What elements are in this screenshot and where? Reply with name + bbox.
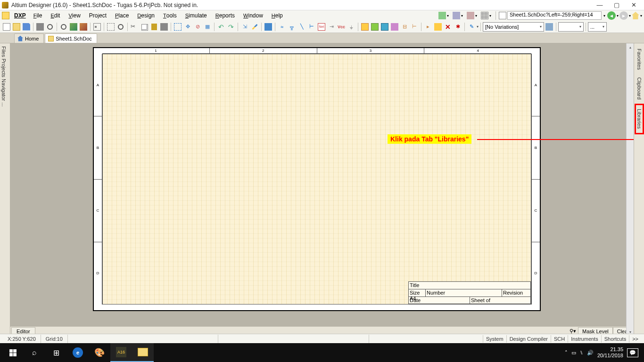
address-bar[interactable]: Sheet1.SchDoc?Left=-259;Right=14 (507, 11, 602, 20)
menu-help[interactable]: Help (268, 11, 287, 20)
tab-sheet1[interactable]: Sheet1.SchDoc (45, 33, 97, 43)
combo[interactable]: ▾ (558, 22, 584, 32)
explorer-button[interactable] (132, 343, 154, 362)
copy-button[interactable] (140, 22, 149, 32)
tool-button[interactable] (545, 22, 554, 32)
sheet-grid[interactable]: Title SizeA4 Number Revision Date Sheet … (102, 54, 531, 304)
search-button[interactable]: ⌕ (24, 343, 45, 362)
open-button[interactable] (12, 22, 21, 32)
menu-view[interactable]: View (65, 11, 84, 20)
tab-home[interactable]: Home (14, 33, 44, 43)
place-off-sheet-button[interactable] (433, 22, 443, 32)
cut-button[interactable]: ✂ (130, 22, 139, 32)
power-gnd-button[interactable]: ⏚ (347, 22, 356, 32)
place-port-button[interactable]: ▸ (423, 22, 433, 32)
paste-button[interactable] (149, 22, 159, 32)
vertical-scrollbar[interactable]: ▴ ▾ (626, 43, 634, 336)
menu-reports[interactable]: Reports (212, 11, 239, 20)
new-button[interactable] (2, 22, 11, 32)
tool-icon[interactable] (467, 12, 474, 19)
tool-3d-button[interactable] (69, 22, 78, 32)
harness-entry-button[interactable]: ⊢ (410, 22, 419, 32)
deselect-button[interactable]: ⊘ (193, 22, 202, 32)
cross-probe-button[interactable]: ⇲ (240, 22, 249, 32)
menu-tools[interactable]: Tools (159, 11, 181, 20)
menu-project[interactable]: Project (85, 11, 110, 20)
device-sheet-button[interactable] (390, 22, 399, 32)
wire-button[interactable]: ≈ (277, 22, 287, 32)
tray-volume-icon[interactable]: 🔊 (587, 350, 594, 356)
status-more[interactable]: >> (629, 335, 641, 343)
nav-back-button[interactable]: ◄ (607, 11, 616, 20)
clear-button[interactable]: ▦ (203, 22, 212, 32)
tab-clipboard[interactable]: Clipboard (635, 74, 644, 103)
tab-favorites[interactable]: Favorites (635, 45, 644, 73)
paint-button[interactable]: 🎨 (89, 343, 110, 362)
no-erc-button[interactable]: ✕ (443, 22, 453, 32)
home-icon[interactable] (632, 12, 639, 19)
net-label-button[interactable]: Net (317, 22, 326, 32)
notifications-icon[interactable]: 💬 (627, 348, 638, 357)
place-line-button[interactable]: ✎ (467, 22, 476, 32)
status-sch[interactable]: SCH (551, 335, 568, 343)
dropdown-icon[interactable]: ▾ (477, 25, 479, 29)
menu-file[interactable]: File (30, 11, 46, 20)
dropdown-icon[interactable]: ▾ (461, 14, 463, 18)
task-view-button[interactable]: ⊞ (45, 343, 67, 362)
part-button[interactable] (360, 22, 370, 32)
port-button[interactable]: ⇥ (327, 22, 336, 32)
dropdown-icon[interactable]: ▾ (447, 14, 449, 18)
browse-button[interactable] (264, 22, 273, 32)
signal-harness-button[interactable]: ⊢ (307, 22, 316, 32)
status-system[interactable]: System (483, 335, 506, 343)
harness-connector-button[interactable]: ⊟ (400, 22, 409, 32)
highlight-pen-button[interactable] (250, 22, 259, 32)
preview-button[interactable] (45, 22, 55, 32)
status-shortcuts[interactable]: Shortcuts (601, 335, 629, 343)
menu-simulate[interactable]: Simulate (182, 11, 211, 20)
tray-chevron-icon[interactable]: ˄ (565, 350, 568, 356)
redo-button[interactable]: ↷ (226, 22, 236, 32)
edge-button[interactable]: e (67, 343, 89, 362)
tray-battery-icon[interactable]: ▭ (571, 350, 576, 356)
scroll-up-button[interactable]: ▴ (627, 43, 634, 51)
status-design-compiler[interactable]: Design Compiler (506, 335, 551, 343)
altium-button[interactable]: A16 (110, 343, 132, 362)
tool-icon[interactable] (453, 12, 460, 19)
close-button[interactable]: ✕ (625, 0, 642, 10)
menu-design[interactable]: Design (133, 11, 158, 20)
sheet-symbol-button[interactable] (370, 22, 380, 32)
dropdown-icon[interactable]: ▾ (475, 14, 477, 18)
tool-icon[interactable] (438, 12, 446, 19)
minimize-button[interactable]: — (591, 0, 608, 10)
dropdown-icon[interactable]: ▾ (640, 14, 642, 18)
left-panel-tabs[interactable]: Files Projects Navigator ... (0, 43, 10, 343)
power-vcc-button[interactable]: Vcc (337, 22, 346, 32)
combo[interactable]: ...▾ (588, 22, 607, 32)
bus-button[interactable]: ╦ (287, 22, 297, 32)
select-button[interactable] (173, 22, 182, 32)
save-button[interactable] (22, 22, 31, 32)
undo-button[interactable]: ↶ (216, 22, 226, 32)
nav-forward-button[interactable]: ► (619, 11, 628, 20)
menu-edit[interactable]: Edit (47, 11, 64, 20)
tool-button[interactable] (79, 22, 88, 32)
dxp-menu[interactable]: DXP (11, 11, 29, 20)
move-button[interactable]: ✥ (183, 22, 192, 32)
generic-no-erc-button[interactable]: ✱ (453, 22, 462, 32)
dropdown-icon[interactable]: ▾ (489, 14, 491, 18)
dropdown-icon[interactable]: ▾ (617, 14, 619, 18)
status-instruments[interactable]: Instruments (568, 335, 601, 343)
zoom-area-button[interactable] (106, 22, 116, 32)
hierarchy-button[interactable] (92, 22, 102, 32)
menu-window[interactable]: Window (239, 11, 267, 20)
dropdown-icon[interactable]: ▾ (629, 14, 631, 18)
clock[interactable]: 21.35 20/11/2018 (597, 346, 623, 359)
sheet-entry-button[interactable] (380, 22, 389, 32)
grid-icon[interactable] (481, 12, 488, 19)
tab-libraries[interactable]: Libraries (635, 104, 644, 134)
print-button[interactable] (35, 22, 45, 32)
menu-place[interactable]: Place (111, 11, 132, 20)
rubber-stamp-button[interactable] (159, 22, 169, 32)
dropdown-icon[interactable]: ▾ (603, 14, 606, 18)
